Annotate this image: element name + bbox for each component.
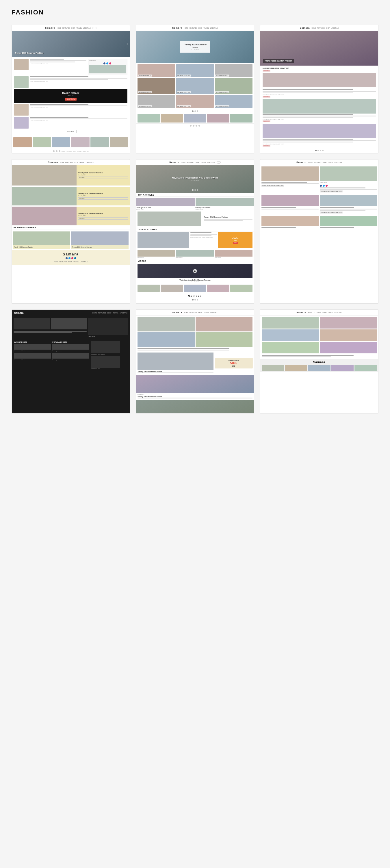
- page-dot-3-3[interactable]: [320, 150, 321, 151]
- small-img-5-2: [176, 250, 214, 256]
- footer-icon-1[interactable]: [53, 150, 55, 152]
- dark-col-img-7-3: [52, 344, 89, 350]
- footer-dot-5-2[interactable]: [194, 299, 196, 301]
- post-text-3: Lorem Ipsum is some Dummy text: [30, 104, 127, 116]
- page-dot-3-2[interactable]: [318, 150, 319, 151]
- article-title-3-2: [263, 114, 353, 115]
- post-text-4: Lorem Ipsum is some Dummy text: [30, 117, 127, 129]
- search-1[interactable]: [92, 27, 96, 29]
- scroll-arrow-1[interactable]: ›: [127, 42, 128, 45]
- photo-label-4: GET MORE STUFF LOL: [138, 91, 152, 93]
- footer-icon-2-1[interactable]: [190, 125, 192, 127]
- fs-img-9-2: [285, 365, 307, 371]
- footer-fb-4[interactable]: [66, 257, 68, 259]
- ig-6[interactable]: [326, 185, 328, 187]
- brand-1: Samara: [45, 27, 55, 29]
- fb-icon-1[interactable]: [103, 62, 105, 64]
- tw-6[interactable]: [323, 185, 325, 187]
- fs-img-9-3: [308, 365, 330, 371]
- footer-ig-4[interactable]: [71, 257, 73, 259]
- dark-right-7: Lorem Ipsum: [88, 318, 128, 337]
- fs-img-9-4: [331, 365, 354, 371]
- card-btn-4-2[interactable]: READ MORE: [78, 197, 128, 200]
- article-img-3-3: [263, 124, 376, 138]
- small-img-5-3: [215, 250, 253, 256]
- promo-1: BLACK FRIDAY 50% OFF SHOP NOW: [14, 89, 127, 103]
- dot-3[interactable]: [197, 111, 198, 112]
- nav-links-2: HOME FEATURES SHOP TRAVEL LIFESTYLE: [184, 27, 218, 29]
- strip-4: [71, 137, 90, 147]
- small-img-5-1: [137, 250, 175, 256]
- article-row-3-1: [263, 73, 376, 87]
- post-title-line-1: [30, 59, 64, 60]
- dark-col-7-2: POPULAR POSTS Lorem ipsum dolor Lorem ip…: [52, 341, 89, 370]
- two-col-6-3: [260, 215, 378, 229]
- nav-links-1: HOME FEATURES SHOP TRAVEL LIFESTYLE: [57, 27, 91, 29]
- footer-li-4[interactable]: [74, 257, 76, 259]
- dark-two-col-7: [13, 318, 87, 330]
- post-title-line-3: [30, 104, 88, 105]
- dark-col-img-7-1: [14, 344, 51, 350]
- footer-icon-2-2[interactable]: [193, 125, 194, 127]
- fs-img-9-1: [262, 365, 284, 371]
- footer-icon-2-4[interactable]: [198, 125, 200, 127]
- hero-dot-5-1[interactable]: [192, 189, 194, 191]
- footer-tw-4[interactable]: [68, 257, 70, 259]
- bottom-img-5-5: [230, 285, 253, 292]
- nav-links-3: HOME FEATURES SHOP LIFESTYLE: [312, 27, 339, 29]
- footer-icon-2[interactable]: [56, 150, 58, 152]
- promo-btn-1[interactable]: SHOP NOW: [65, 98, 76, 100]
- footer-dot-5-3[interactable]: [197, 299, 198, 301]
- dark-col-img-7-6: [91, 356, 120, 368]
- hero-5: New Summer Collection You Should Wear Ju…: [136, 165, 254, 193]
- summer-sale-btn-5[interactable]: SHOP: [233, 242, 238, 244]
- card-sub-4-1: June 12, 2019: [78, 174, 128, 176]
- ig-icon-1[interactable]: [109, 62, 111, 64]
- play-btn-5[interactable]: ▶: [193, 269, 197, 273]
- grid-8: [136, 315, 254, 348]
- promo-discount-1: 50% OFF: [17, 95, 125, 96]
- col-6-3: [261, 195, 319, 214]
- dot-1[interactable]: [192, 111, 194, 112]
- fb-6[interactable]: [320, 185, 322, 187]
- hero-dot-5-3[interactable]: [197, 189, 198, 191]
- featured-item-4-2: Trendy 2019 Summer Fashion: [71, 231, 129, 249]
- footer-icon-2-3[interactable]: [196, 125, 197, 127]
- top-articles-5: Lorem ipsum sit amet June 12, 2019 Lorem…: [136, 198, 254, 210]
- page-dot-3-4[interactable]: [322, 150, 324, 151]
- col-body-6-2: [320, 189, 377, 190]
- footer-dot-5-1[interactable]: [192, 299, 194, 301]
- brand-4: Samara: [48, 161, 58, 163]
- trending-img-8: [137, 352, 214, 370]
- dot-2[interactable]: [194, 111, 196, 112]
- card-sub-4-2: June 12, 2019: [78, 195, 128, 196]
- new-summer-sale-5: SALE: [232, 240, 238, 241]
- post-body-5: [30, 105, 127, 106]
- grid-img-9-6: [320, 342, 377, 353]
- photo-1: GET MORE STUFF LOL: [137, 64, 175, 77]
- dark-footer-7: LATEST POSTS Lorem ipsum dolor sit amet …: [12, 339, 130, 372]
- video-title-5: Victoria's Awards Red Carpet Preview: [137, 279, 253, 281]
- hero-dot-5-2[interactable]: [194, 189, 196, 191]
- post-row-2: Lorem Ipsum is some Dummy text: [14, 76, 127, 88]
- footer-icon-3[interactable]: [59, 150, 60, 152]
- trending-body-5-2: [204, 220, 243, 221]
- tw-icon-1[interactable]: [106, 62, 108, 64]
- col-tag-6-2: LOREM IPSUM IS SOME DUMMY TEXT: [320, 190, 343, 192]
- small-thumbs-5: Lorem Ipsum 05 Lorem Ipsum 05 Lorem Ipsu…: [136, 249, 254, 259]
- strip-2-5: [230, 114, 253, 123]
- nav-4: Samara HOME FEATURES SHOP TRAVEL LIFESTY…: [12, 159, 130, 165]
- load-more-btn-1[interactable]: LOAD MORE: [65, 130, 76, 133]
- two-col-6-2: LOREM IPSUM IS SOME DUMMY TEXT: [260, 194, 378, 215]
- videos-header-5: VIDEOS: [136, 259, 254, 263]
- sale-percent-8: 50%: [217, 361, 251, 365]
- page-dot-3-1[interactable]: [315, 150, 317, 151]
- strip-2-3: [184, 114, 206, 123]
- col-body-6-3: [261, 209, 319, 210]
- search-5[interactable]: [217, 161, 221, 163]
- hero-text-3: TRENDY 2019 SUMMER FASHION: [263, 59, 294, 63]
- post-row-3: Lorem Ipsum is some Dummy text: [14, 104, 127, 116]
- card-btn-4-3[interactable]: READ MORE: [78, 217, 128, 220]
- card-btn-4-1[interactable]: READ MORE: [78, 177, 128, 179]
- col-img-6-1: [261, 166, 319, 181]
